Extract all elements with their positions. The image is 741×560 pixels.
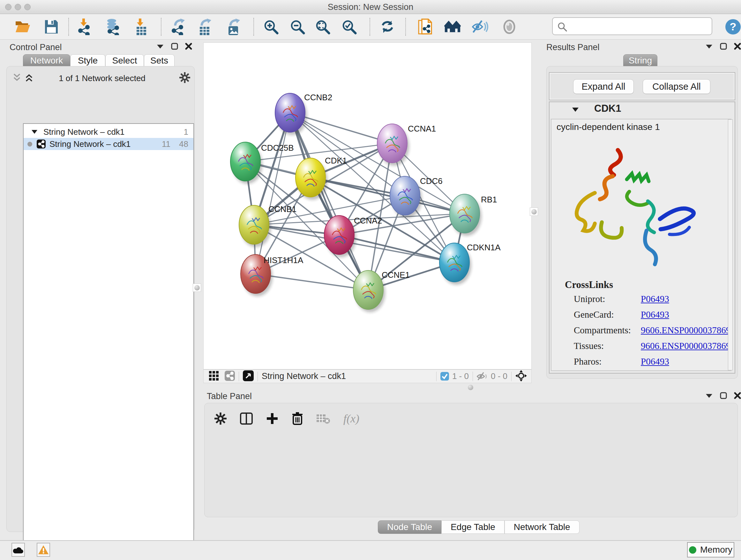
graph-node-label: CCNB2 (304, 92, 332, 102)
expand-all-networks-button[interactable] (24, 73, 34, 84)
graph-node-label: CDC6 (420, 176, 443, 186)
import-table-file-button[interactable] (133, 18, 150, 35)
crosslink-link[interactable]: P06493 (641, 309, 669, 320)
graph-node[interactable]: CDC25B (230, 142, 294, 184)
open-network-document-button[interactable] (417, 18, 434, 35)
network-share-icon (172, 25, 183, 36)
function-builder-button[interactable]: f(x) (343, 412, 359, 425)
search-input[interactable] (570, 19, 708, 33)
open-session-button[interactable] (14, 18, 31, 35)
close-panel-icon[interactable] (734, 43, 741, 50)
tab-network[interactable]: Network (23, 54, 70, 66)
delete-table-button[interactable] (317, 413, 330, 424)
tab-node-table[interactable]: Node Table (378, 520, 441, 534)
network-options-button[interactable] (179, 72, 190, 84)
crosslink-link[interactable]: 9606.ENSP00000378699 (641, 325, 731, 335)
cloud-button[interactable] (11, 543, 25, 557)
refresh-view-button[interactable] (379, 18, 396, 35)
graph-node[interactable]: CCNB1 (239, 204, 296, 247)
hide-selected-button[interactable] (472, 18, 488, 35)
collapse-all-button[interactable]: Collapse All (643, 79, 711, 94)
results-scrollbar[interactable] (728, 119, 733, 370)
zoom-out-icon (289, 19, 306, 35)
graph-edge[interactable] (256, 113, 290, 274)
network-row[interactable]: String Network – cdk1 11 48 (23, 138, 193, 150)
tree-expander-icon[interactable] (31, 130, 38, 134)
network-canvas[interactable]: CCNB2CCNA1CDC25BCDK1CDC6RB1CCNB1CCNA2CDK… (203, 43, 532, 369)
double-chevron-up-icon (24, 73, 34, 82)
current-network-dot-icon (27, 142, 32, 146)
help-button[interactable]: ? (725, 18, 741, 35)
grid-view-button[interactable] (209, 371, 219, 382)
import-network-database-button[interactable] (105, 18, 121, 35)
network-collection-row[interactable]: String Network – cdk1 1 (23, 126, 193, 138)
table-gear-button[interactable] (214, 413, 226, 425)
fit-content-button[interactable] (515, 370, 527, 383)
crosslink-link[interactable]: P06493 (641, 294, 669, 304)
close-panel-icon[interactable] (185, 43, 192, 50)
float-panel-icon[interactable] (171, 43, 178, 50)
birdseye-view-button[interactable] (243, 370, 254, 382)
show-graphics-details-button[interactable] (444, 18, 461, 35)
table-icon (137, 27, 146, 35)
splitter-grip-icon (531, 209, 537, 214)
footer-separator (511, 372, 512, 381)
tab-string[interactable]: String (623, 54, 657, 66)
graph-node[interactable]: CDK1 (295, 156, 347, 200)
memory-button[interactable]: Memory (687, 542, 734, 557)
export-table-button[interactable] (197, 18, 213, 35)
zoom-in-icon (263, 19, 279, 35)
expand-all-button[interactable]: Expand All (573, 79, 634, 94)
selected-checkbox-icon[interactable] (441, 372, 449, 381)
graph-node[interactable]: CCNE1 (353, 270, 410, 312)
gray-eye-icon (501, 19, 517, 34)
zoom-out-button[interactable] (289, 18, 306, 35)
select-columns-button[interactable] (240, 413, 253, 425)
import-network-file-button[interactable] (76, 18, 92, 35)
export-image-button[interactable] (226, 18, 242, 35)
graph-node[interactable]: RB1 (450, 194, 497, 236)
graph-node[interactable]: CCNA2 (324, 215, 382, 257)
zoom-in-button[interactable] (263, 18, 279, 35)
graph-node[interactable]: CCNA1 (377, 124, 436, 166)
graph-node-label: RB1 (481, 195, 497, 204)
section-expander-icon[interactable] (572, 107, 579, 112)
zoom-selected-button[interactable] (341, 18, 357, 35)
graph-node[interactable]: CCNB2 (275, 92, 332, 135)
tab-edge-table[interactable]: Edge Table (441, 520, 504, 534)
left-splitter-handle[interactable] (193, 284, 201, 292)
float-panel-icon[interactable] (720, 392, 727, 399)
save-session-button[interactable] (43, 18, 60, 35)
hidden-eye-icon[interactable] (477, 372, 488, 381)
panel-menu-icon[interactable] (705, 44, 713, 49)
panel-menu-icon[interactable] (156, 44, 164, 49)
crosslink-label: Tissues: (574, 341, 641, 351)
collapse-all-networks-button[interactable] (12, 73, 22, 84)
export-network-button[interactable] (171, 18, 187, 35)
graph-node[interactable]: HIST1H1A (241, 254, 304, 296)
graph-node[interactable]: CDKN1A (440, 243, 501, 285)
warning-button[interactable] (37, 543, 50, 557)
zoom-fit-button[interactable] (314, 18, 331, 35)
graph-node[interactable]: CDC6 (390, 176, 443, 218)
tab-select[interactable]: Select (105, 54, 144, 66)
close-panel-icon[interactable] (734, 392, 741, 399)
crosslink-link[interactable]: 9606.ENSP00000378699 (641, 341, 731, 351)
tab-network-table[interactable]: Network Table (504, 520, 580, 534)
search-field (552, 17, 712, 35)
delete-column-button[interactable] (292, 412, 303, 425)
network-graph: CCNB2CCNA1CDC25BCDK1CDC6RB1CCNB1CCNA2CDK… (204, 43, 531, 369)
zoom-selected-icon (341, 19, 357, 35)
add-column-button[interactable] (266, 413, 278, 425)
gene-section: CDK1 cyclin-dependent kinase 1 Cro (549, 102, 735, 374)
network-share-view-button[interactable] (225, 371, 235, 382)
panel-menu-icon[interactable] (705, 393, 713, 398)
tab-sets[interactable]: Sets (144, 54, 175, 66)
table-toolbar: f(x) (214, 412, 359, 425)
crosslink-link[interactable]: P06493 (641, 356, 669, 367)
float-panel-icon[interactable] (720, 43, 727, 50)
tab-style[interactable]: Style (70, 54, 105, 66)
show-all-button[interactable] (501, 18, 518, 35)
right-splitter-handle[interactable] (530, 207, 538, 216)
export-arrow-icon (175, 18, 185, 25)
